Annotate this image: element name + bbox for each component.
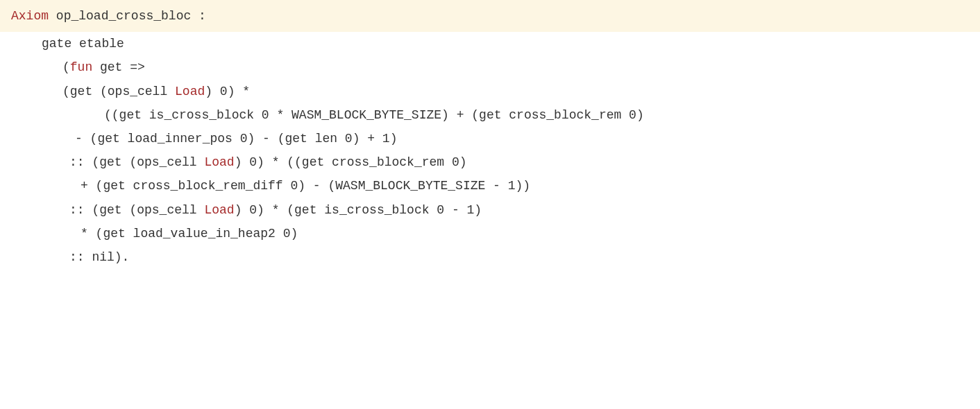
code-line-7: :: (get (ops_cell Load) 0) * ((get cross… [0, 150, 980, 174]
code-line-4: (get (ops_cell Load) 0) * [0, 80, 980, 103]
code-line-5: ((get is_cross_block 0 * WASM_BLOCK_BYTE… [0, 103, 980, 127]
axiom-name: op_load_cross_bloc : [49, 9, 206, 23]
constructor-load: Load [204, 155, 234, 169]
code-line-3: (fun get => [0, 55, 980, 79]
code-block: Axiom op_load_cross_bloc : gate etable (… [0, 0, 980, 269]
keyword-axiom: Axiom [11, 9, 49, 23]
code-line-10: * (get load_value_in_heap2 0) [0, 222, 980, 245]
keyword-fun: fun [70, 60, 92, 74]
code-line-1: Axiom op_load_cross_bloc : [0, 0, 980, 32]
code-line-6: - (get load_inner_pos 0) - (get len 0) +… [0, 127, 980, 150]
code-line-9: :: (get (ops_cell Load) 0) * (get is_cro… [0, 198, 980, 222]
code-line-11: :: nil). [0, 245, 980, 269]
constructor-load: Load [175, 85, 205, 98]
constructor-load: Load [204, 203, 234, 217]
code-line-2: gate etable [0, 32, 980, 55]
code-line-8: + (get cross_block_rem_diff 0) - (WASM_B… [0, 174, 980, 198]
